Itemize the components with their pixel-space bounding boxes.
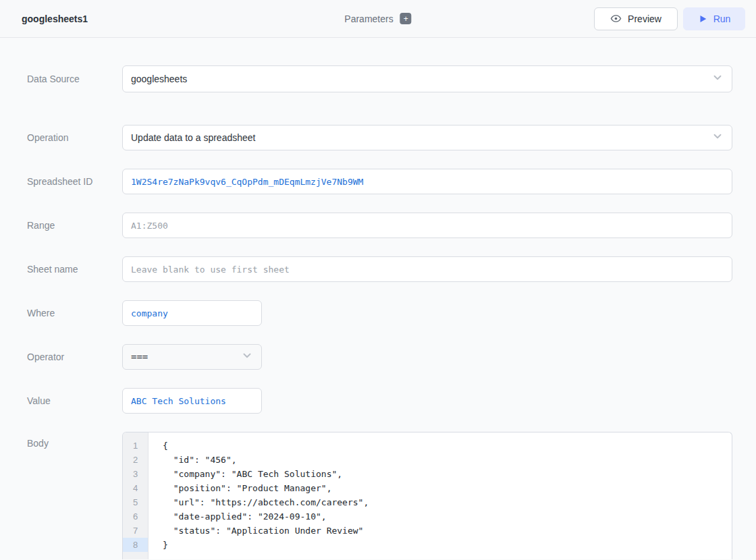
code-line: "position": "Product Manager", <box>163 481 732 495</box>
code-line: { <box>163 439 732 453</box>
line-number: 5 <box>123 495 148 509</box>
line-number: 7 <box>123 524 148 538</box>
field-row-sheet-name: Sheet name Leave blank to use first shee… <box>27 256 732 282</box>
data-source-label: Data Source <box>27 74 122 84</box>
spreadsheet-id-input[interactable]: 1W2S4re7zNaPk9vqv6_CqOpPdm_mDEqmLmzjVe7N… <box>122 169 732 194</box>
operator-value: === <box>131 352 148 362</box>
code-line: "date-applied": "2024-09-10", <box>163 509 732 524</box>
parameters-section: Parameters + <box>344 13 411 24</box>
where-value: company <box>131 308 168 318</box>
field-row-operation: Operation Update data to a spreadsheet <box>27 125 732 150</box>
query-name[interactable]: googlesheets1 <box>22 13 88 24</box>
body-code-editor[interactable]: 1 2 3 4 5 6 7 8 { "id": "456", "company"… <box>122 432 732 559</box>
value-input[interactable]: ABC Tech Solutions <box>122 388 262 414</box>
field-row-data-source: Data Source googlesheets <box>27 65 732 92</box>
line-number-active: 8 <box>123 538 148 552</box>
play-icon <box>698 14 707 24</box>
code-line: "company": "ABC Tech Solutions", <box>163 467 732 481</box>
code-line: "id": "456", <box>163 453 732 467</box>
operator-label: Operator <box>27 352 122 362</box>
data-source-value: googlesheets <box>131 74 187 84</box>
code-content[interactable]: { "id": "456", "company": "ABC Tech Solu… <box>148 432 732 559</box>
spreadsheet-id-label: Spreadsheet ID <box>27 176 122 187</box>
toolbar-actions: Preview Run <box>594 7 745 30</box>
run-button[interactable]: Run <box>683 7 745 30</box>
field-row-range: Range A1:Z500 <box>27 213 732 238</box>
field-row-operator: Operator === <box>27 344 732 370</box>
where-label: Where <box>27 308 122 318</box>
sheet-name-placeholder: Leave blank to use first sheet <box>131 264 290 275</box>
field-row-body: Body 1 2 3 4 5 6 7 8 { "id": "456", "com… <box>27 432 732 559</box>
line-number: 1 <box>123 439 148 453</box>
operator-select[interactable]: === <box>122 344 262 370</box>
line-number-gutter: 1 2 3 4 5 6 7 8 <box>123 432 148 559</box>
line-number: 2 <box>123 453 148 467</box>
field-row-spreadsheet-id: Spreadsheet ID 1W2S4re7zNaPk9vqv6_CqOpPd… <box>27 169 732 194</box>
field-row-value: Value ABC Tech Solutions <box>27 388 732 414</box>
value-value: ABC Tech Solutions <box>131 396 226 406</box>
run-button-label: Run <box>713 13 731 24</box>
parameters-label: Parameters <box>344 13 393 24</box>
body-label: Body <box>27 432 122 449</box>
line-number: 3 <box>123 467 148 481</box>
operation-value: Update data to a spreadsheet <box>131 132 255 143</box>
code-line: "url": "https://abctech.com/careers", <box>163 495 732 509</box>
line-number: 6 <box>123 509 148 524</box>
range-placeholder: A1:Z500 <box>131 221 168 231</box>
range-label: Range <box>27 220 122 231</box>
field-row-where: Where company <box>27 300 732 326</box>
preview-button-label: Preview <box>628 13 662 24</box>
data-source-select[interactable]: googlesheets <box>122 65 732 92</box>
chevron-down-icon <box>711 72 724 86</box>
sheet-name-input[interactable]: Leave blank to use first sheet <box>122 256 732 282</box>
operation-select[interactable]: Update data to a spreadsheet <box>122 125 732 150</box>
where-input[interactable]: company <box>122 300 262 326</box>
add-parameter-button[interactable]: + <box>400 13 412 24</box>
chevron-down-icon <box>241 349 253 364</box>
sheet-name-label: Sheet name <box>27 264 122 275</box>
value-label: Value <box>27 395 122 406</box>
query-parameters-form: Data Source googlesheets Operation Updat… <box>0 38 756 559</box>
chevron-down-icon <box>711 130 724 145</box>
eye-icon <box>610 13 622 24</box>
line-number: 4 <box>123 481 148 495</box>
spreadsheet-id-value: 1W2S4re7zNaPk9vqv6_CqOpPdm_mDEqmLmzjVe7N… <box>131 177 363 187</box>
range-input[interactable]: A1:Z500 <box>122 213 732 238</box>
preview-button[interactable]: Preview <box>594 7 678 30</box>
query-toolbar: googlesheets1 Parameters + Preview Run <box>0 0 756 38</box>
code-line: "status": "Application Under Review" <box>163 524 732 538</box>
code-line: } <box>163 538 732 552</box>
operation-label: Operation <box>27 132 122 143</box>
